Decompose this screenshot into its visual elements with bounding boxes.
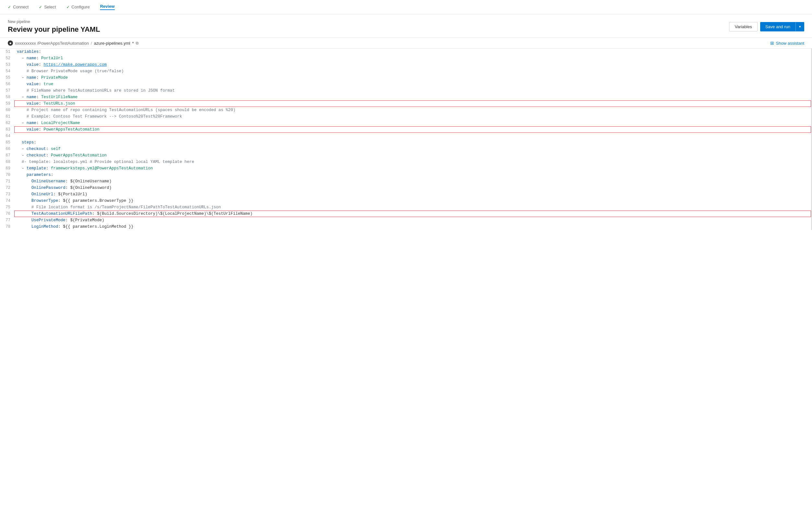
code-line-71: 71 OnlineUsername: $(OnlineUsername) xyxy=(0,178,811,185)
line-number: 53 xyxy=(0,61,14,68)
code-line-65: 65 steps: xyxy=(0,139,811,146)
line-content: - name: PortalUrl xyxy=(14,55,811,61)
line-number: 65 xyxy=(0,139,14,146)
code-line-77: 77 UsePrivateMode: $(PrivateMode) xyxy=(0,217,811,223)
code-line-78: 78 LoginMethod: ${{ parameters.LoginMeth… xyxy=(0,223,811,230)
line-number: 75 xyxy=(0,204,14,210)
wizard-step-select[interactable]: ✓ Select xyxy=(39,5,56,9)
line-number: 66 xyxy=(0,146,14,152)
page-header-right: Variables Save and run ▾ xyxy=(729,22,804,31)
page-header-left: New pipeline Review your pipeline YAML xyxy=(8,19,100,34)
line-content: #- template: localsteps.yml # Provide op… xyxy=(14,159,811,165)
code-line-59: 59 value: TestURLs.json xyxy=(0,101,811,107)
breadcrumb: New pipeline xyxy=(8,19,100,24)
line-number: 54 xyxy=(0,68,14,74)
line-number: 61 xyxy=(0,113,14,120)
line-content: variables: xyxy=(14,48,811,55)
code-line-57: 57 # FileName where TestAutomationURLs a… xyxy=(0,88,811,94)
check-icon-configure: ✓ xyxy=(66,5,70,9)
editor-container: 51variables:52 - name: PortalUrl53 value… xyxy=(0,48,812,230)
assistant-icon: ⊞ xyxy=(770,40,774,46)
path-separator: / xyxy=(91,41,92,46)
github-icon: ● xyxy=(8,40,13,46)
line-content: parameters: xyxy=(14,172,811,178)
line-number: 58 xyxy=(0,94,14,101)
variables-button[interactable]: Variables xyxy=(729,22,757,31)
line-number: 59 xyxy=(0,101,14,107)
line-content: value: TestURLs.json xyxy=(14,101,811,107)
filepath-left: ● xxxxxxxxxx /PowerAppsTestAutomation / … xyxy=(8,40,139,46)
line-content: BrowserType: ${{ parameters.BrowserType … xyxy=(14,198,811,204)
line-content: - name: PrivateMode xyxy=(14,74,811,81)
code-editor[interactable]: 51variables:52 - name: PortalUrl53 value… xyxy=(0,48,811,230)
page-header: New pipeline Review your pipeline YAML V… xyxy=(0,14,812,38)
line-content: value: true xyxy=(14,81,811,88)
code-line-73: 73 OnlineUrl: $(PortalUrl) xyxy=(0,191,811,198)
code-line-75: 75 # File location format is /s/TeamProj… xyxy=(0,204,811,210)
line-number: 69 xyxy=(0,165,14,172)
code-line-67: 67 - checkout: PowerAppsTestAutomation xyxy=(0,152,811,159)
code-line-58: 58 - name: TestUrlFileName xyxy=(0,94,811,101)
code-line-60: 60 # Project name of repo containing Tes… xyxy=(0,107,811,113)
step-label-configure: Configure xyxy=(71,5,90,9)
line-content: steps: xyxy=(14,139,811,146)
line-content: # Example: Contoso Test Framework --> Co… xyxy=(14,113,811,120)
wizard-step-configure[interactable]: ✓ Configure xyxy=(66,5,90,9)
check-icon-connect: ✓ xyxy=(8,5,11,9)
code-line-54: 54 # Browser PrivateMode usage (true/fal… xyxy=(0,68,811,74)
line-number: 76 xyxy=(0,210,14,217)
show-assistant-button[interactable]: ⊞ Show assistant xyxy=(770,40,804,46)
page-title: Review your pipeline YAML xyxy=(8,25,100,34)
repo-name[interactable]: xxxxxxxxxx /PowerAppsTestAutomation xyxy=(15,41,89,46)
line-content: OnlineUsername: $(OnlineUsername) xyxy=(14,178,811,185)
line-content: - name: TestUrlFileName xyxy=(14,94,811,101)
line-number: 67 xyxy=(0,152,14,159)
line-number: 73 xyxy=(0,191,14,198)
wizard-step-connect[interactable]: ✓ Connect xyxy=(8,5,28,9)
line-number: 57 xyxy=(0,88,14,94)
wizard-step-review[interactable]: Review xyxy=(100,4,115,10)
code-line-74: 74 BrowserType: ${{ parameters.BrowserTy… xyxy=(0,198,811,204)
line-content: value: https://make.powerapps.com xyxy=(14,61,811,68)
line-number: 78 xyxy=(0,223,14,230)
chevron-down-icon[interactable]: ▾ xyxy=(796,22,804,31)
line-number: 52 xyxy=(0,55,14,61)
line-number: 71 xyxy=(0,178,14,185)
line-content: TestAutomationURLFilePath: $(Build.Sourc… xyxy=(14,210,811,217)
line-number: 56 xyxy=(0,81,14,88)
line-number: 72 xyxy=(0,185,14,191)
code-line-70: 70 parameters: xyxy=(0,172,811,178)
line-content: # FileName where TestAutomationURLs are … xyxy=(14,88,811,94)
wizard-nav: ✓ Connect ✓ Select ✓ Configure Review xyxy=(0,0,812,14)
code-line-63: 63 value: PowerAppsTestAutomation xyxy=(0,126,811,133)
line-content: - name: LocalProjectName xyxy=(14,120,811,126)
line-content: - checkout: PowerAppsTestAutomation xyxy=(14,152,811,159)
line-number: 62 xyxy=(0,120,14,126)
line-number: 64 xyxy=(0,133,14,139)
step-label-review: Review xyxy=(100,4,115,9)
code-line-56: 56 value: true xyxy=(0,81,811,88)
code-line-68: 68 #- template: localsteps.yml # Provide… xyxy=(0,159,811,165)
save-run-button[interactable]: Save and run ▾ xyxy=(760,22,804,31)
code-line-64: 64 xyxy=(0,133,811,139)
copy-path-icon[interactable]: ⧉ xyxy=(136,41,139,45)
line-content: - template: frameworksteps.yml@PowerApps… xyxy=(14,165,811,172)
modified-indicator: * xyxy=(132,41,134,46)
check-icon-select: ✓ xyxy=(39,5,42,9)
line-number: 74 xyxy=(0,198,14,204)
code-line-53: 53 value: https://make.powerapps.com xyxy=(0,61,811,68)
line-number: 70 xyxy=(0,172,14,178)
code-line-66: 66 - checkout: self xyxy=(0,146,811,152)
line-content: OnlineUrl: $(PortalUrl) xyxy=(14,191,811,198)
line-number: 68 xyxy=(0,159,14,165)
save-run-label: Save and run xyxy=(760,22,796,31)
line-content: - checkout: self xyxy=(14,146,811,152)
code-line-62: 62 - name: LocalProjectName xyxy=(0,120,811,126)
line-content: # Browser PrivateMode usage (true/false) xyxy=(14,68,811,74)
line-content: UsePrivateMode: $(PrivateMode) xyxy=(14,217,811,223)
code-line-52: 52 - name: PortalUrl xyxy=(0,55,811,61)
step-label-select: Select xyxy=(44,5,56,9)
filepath-bar: ● xxxxxxxxxx /PowerAppsTestAutomation / … xyxy=(0,38,812,48)
line-number: 63 xyxy=(0,126,14,133)
line-content: LoginMethod: ${{ parameters.LoginMethod … xyxy=(14,223,811,230)
